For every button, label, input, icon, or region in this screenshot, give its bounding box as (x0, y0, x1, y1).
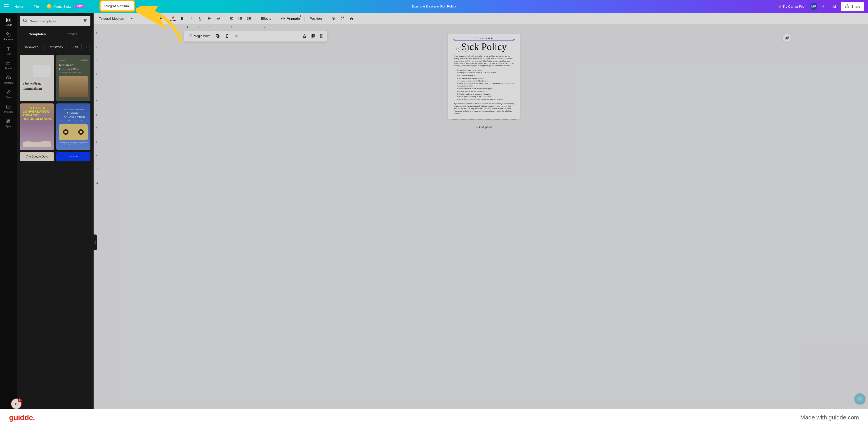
regenerate-fab[interactable] (783, 34, 791, 42)
template-card[interactable]: ■ ■■■■■03 | 2023 Restaurant Business Pla… (56, 55, 90, 101)
effects-button[interactable]: Effects (258, 15, 274, 22)
panel-collapse-handle[interactable] (94, 234, 97, 250)
more-options-button[interactable] (232, 32, 241, 40)
vnav-brand-label: Brand (5, 67, 11, 70)
font-size-decrease[interactable] (147, 15, 155, 23)
hamburger-icon[interactable] (4, 4, 8, 8)
template-search-box[interactable] (20, 16, 90, 26)
canvas-scroll-area[interactable]: Magic Write (100, 29, 868, 409)
vnav-text[interactable]: Text (0, 44, 17, 57)
lock-button[interactable] (347, 15, 355, 23)
ruler-tick: 9 (96, 154, 97, 157)
user-avatar[interactable]: MM (810, 3, 817, 10)
position-button[interactable]: Position (307, 15, 324, 22)
guidde-notification-badge[interactable]: g 5 (11, 399, 21, 409)
svg-rect-27 (217, 35, 219, 37)
cloud-upload-icon (6, 75, 11, 81)
svg-point-20 (239, 17, 239, 18)
apps-grid-icon (6, 119, 11, 124)
guidde-logo: guidde. (9, 413, 35, 422)
magic-write-button[interactable]: Magic Write (186, 32, 212, 39)
duplicate-button[interactable] (214, 32, 222, 40)
templates-panel: Templates Styles Halloween Christmas Fal… (17, 13, 94, 409)
vnav-elements[interactable]: Elements (0, 29, 17, 43)
delete-button[interactable] (223, 32, 231, 40)
copy-style-button[interactable] (338, 15, 346, 23)
duplicate-page-button[interactable] (309, 32, 317, 39)
chip-christmas[interactable]: Christmas (44, 43, 66, 51)
underline-button[interactable] (196, 15, 204, 23)
case-button[interactable]: aA (214, 15, 222, 23)
filter-icon[interactable] (83, 18, 88, 24)
transparency-button[interactable] (329, 15, 338, 23)
share-button[interactable]: Share (841, 2, 864, 11)
vnav-design[interactable]: Design (0, 15, 17, 29)
vnav-apps[interactable]: Apps (0, 116, 17, 130)
brand-icon (6, 61, 11, 66)
chip-fall[interactable]: Fall (69, 43, 82, 51)
vnav-design-label: Design (5, 24, 12, 26)
strikethrough-button[interactable] (205, 15, 213, 23)
template-card[interactable]: Crowd 2023 (56, 152, 90, 161)
template-card[interactable]: The Boogie Days (20, 152, 54, 161)
ruler-tick: 4 (96, 86, 97, 89)
font-family-select[interactable]: Telegraf Medium (96, 14, 127, 23)
template-card[interactable]: The path to minimalism (20, 55, 54, 101)
tab-templates[interactable]: Templates (20, 30, 55, 39)
magic-switch-label: Magic Switch (53, 4, 73, 8)
vnav-text-label: Text (6, 53, 10, 55)
font-dropdown-chevron[interactable] (128, 15, 136, 23)
insights-button[interactable] (829, 2, 838, 11)
try-canva-pro-button[interactable]: ♛ Try Canva Pro (775, 2, 807, 10)
align-button[interactable] (227, 15, 235, 23)
folder-icon (6, 104, 11, 110)
template-card[interactable]: Come ready to jam with us Opaline: The C… (56, 104, 90, 150)
template-text: Restaurant Business Plan (59, 63, 88, 71)
bold-button[interactable]: B (178, 15, 186, 23)
vnav-uploads[interactable]: Uploads (0, 73, 17, 86)
vnav-draw[interactable]: Draw (0, 87, 17, 101)
ruler-tick: 2 (208, 26, 211, 28)
ruler-tick: 0 (186, 26, 188, 28)
add-page-button-small[interactable] (318, 32, 325, 39)
add-page-button[interactable]: + Add page (448, 121, 520, 134)
template-search-input[interactable] (30, 19, 81, 23)
document-page[interactable]: DAYCARE Sick Policy ⟳ ✥ At our daycare, … (448, 34, 520, 119)
animate-label: Animate (287, 17, 300, 21)
svg-point-13 (7, 122, 8, 123)
magic-write-label: Magic Write (194, 34, 211, 38)
spacing-button[interactable] (245, 15, 253, 23)
rotate-handle[interactable]: ⟳ (456, 47, 461, 52)
svg-rect-26 (350, 18, 352, 20)
italic-button[interactable]: I (187, 15, 195, 23)
move-handle[interactable]: ✥ (463, 47, 468, 52)
font-size-increase[interactable] (156, 15, 164, 23)
svg-point-9 (9, 120, 10, 121)
text-color-button[interactable]: A (169, 15, 177, 23)
magic-switch-button[interactable]: Magic Switch NEW (45, 3, 87, 10)
vnav-projects[interactable]: Projects (0, 102, 17, 115)
try-pro-label: Try Canva Pro (782, 4, 804, 8)
chip-more[interactable]: B (84, 43, 90, 51)
vnav-brand[interactable]: Brand (0, 58, 17, 72)
template-brand: Crowd 2023 (69, 156, 78, 158)
sick-policy-title[interactable]: Sick Policy (454, 42, 514, 52)
lock-page-button[interactable] (301, 32, 308, 39)
file-menu[interactable]: File (29, 3, 43, 10)
add-collaborator-button[interactable]: + (820, 3, 827, 9)
shapes-icon (6, 32, 11, 37)
grid-icon (6, 17, 11, 23)
crown-icon: ♛ (778, 4, 781, 9)
vertical-nav: Design Elements Text Brand Uploads Draw … (0, 13, 17, 409)
tab-styles[interactable]: Styles (55, 30, 90, 39)
chip-halloween[interactable]: Halloween (20, 43, 42, 51)
text-tool-icon (6, 46, 11, 52)
daycare-label[interactable]: DAYCARE (455, 37, 513, 40)
document-title[interactable]: Example Daycare Sick Policy (412, 4, 456, 8)
list-button[interactable] (236, 15, 244, 23)
help-fab[interactable] (855, 393, 865, 404)
selected-textbox[interactable]: DAYCARE (454, 37, 514, 40)
animate-button[interactable]: Animate (278, 15, 302, 23)
template-card[interactable]: LET'S HAVE A CONVERSATION TOWARDS RECONC… (20, 104, 54, 150)
home-link[interactable]: Home (10, 3, 28, 10)
